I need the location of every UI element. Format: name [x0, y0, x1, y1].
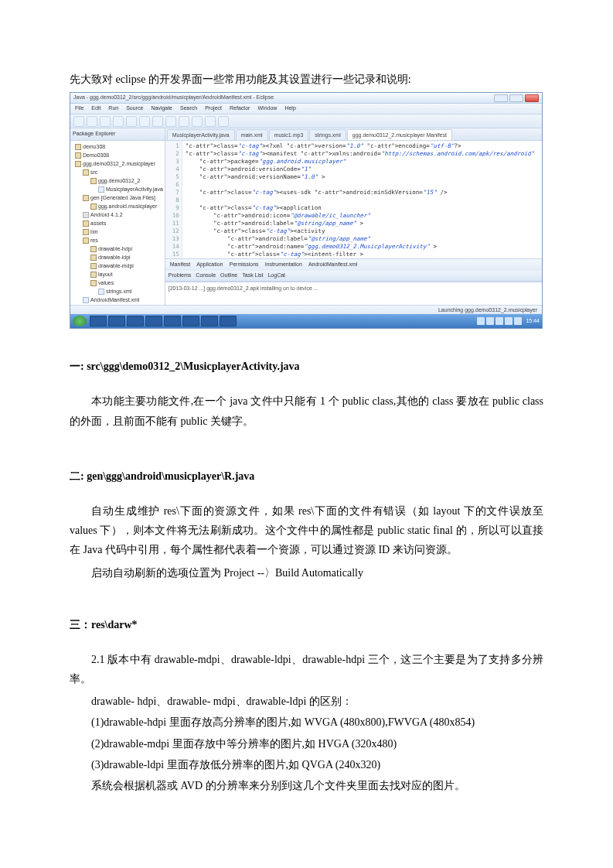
window-titlebar: Java - ggg.demo0312_2/src/ggg/android/mu…	[70, 93, 542, 104]
tree-item[interactable]: proguard.cfg	[72, 304, 163, 305]
tree-item[interactable]: gen [Generated Java Files]	[72, 193, 163, 202]
start-button[interactable]	[73, 316, 87, 326]
toolbar-button[interactable]	[113, 116, 124, 127]
toolbar-button[interactable]	[73, 116, 84, 127]
manifest-tab[interactable]: Instrumentation	[265, 260, 302, 270]
tree-item[interactable]: Android 4.1.2	[72, 210, 163, 219]
view-tab-console[interactable]: Console	[196, 271, 216, 281]
file-icon	[98, 186, 104, 193]
toolbar-button[interactable]	[152, 116, 163, 127]
close-button[interactable]	[525, 94, 539, 102]
editor-tab[interactable]: music1.mp3	[269, 129, 309, 140]
toolbar-button[interactable]	[165, 116, 176, 127]
section-3-line-4: (3)drawable-ldpi 里面存放低分辨率的图片,如 QVGA (240…	[70, 755, 543, 774]
file-icon	[98, 289, 104, 295]
menu-refactor[interactable]: Refactor	[230, 104, 250, 114]
tree-item[interactable]: AndroidManifest.xml	[72, 296, 163, 304]
pkg-icon	[90, 272, 97, 278]
tree-item[interactable]: drawable-ldpi	[72, 253, 163, 261]
tree-item[interactable]: MusicplayerActivity.java	[72, 185, 163, 193]
menu-source[interactable]: Source	[126, 104, 143, 114]
code-editor[interactable]: 123456789101112131415161718192021 "c-att…	[165, 141, 543, 258]
editor-tab-active[interactable]: ggg.demo0312_2.musicplayer Manifest	[347, 129, 452, 140]
toolbar	[70, 114, 542, 128]
taskbar-item[interactable]	[108, 316, 125, 326]
view-tab-problems[interactable]: Problems	[169, 271, 192, 281]
tree-item[interactable]: Demo0308	[72, 151, 163, 159]
toolbar-button[interactable]	[126, 116, 137, 127]
tree-item[interactable]: demo308	[72, 142, 163, 151]
taskbar-item[interactable]	[220, 316, 237, 326]
taskbar-item[interactable]	[201, 316, 218, 326]
section-1-heading: 一: src\ggg\demo0312_2\MusicplayerActivit…	[70, 357, 543, 376]
view-tab-tasklist[interactable]: Task List	[242, 271, 263, 281]
project-tree[interactable]: demo308Demo0308ggg.demo0312_2.musicplaye…	[70, 141, 165, 305]
section-2-para-2: 启动自动刷新的选项位置为 Project --〉Build Automatica…	[70, 563, 543, 583]
taskbar-item[interactable]	[145, 316, 162, 326]
tray-icon[interactable]	[477, 317, 485, 325]
tree-item[interactable]: values	[72, 279, 163, 287]
toolbar-button[interactable]	[87, 116, 97, 127]
section-3-para-1: 2.1 版本中有 drawable-mdpi、drawable-ldpi、dra…	[70, 650, 543, 689]
pkg-icon	[90, 263, 97, 269]
section-3-heading: 三：res\darw*	[70, 615, 543, 634]
editor-tab[interactable]: strings.xml	[309, 129, 346, 140]
menu-help[interactable]: Help	[284, 104, 295, 114]
pkg-icon	[83, 229, 89, 235]
tray-icon[interactable]	[486, 317, 494, 325]
menu-run[interactable]: Run	[108, 104, 118, 114]
menu-search[interactable]: Search	[180, 104, 197, 114]
maximize-button[interactable]	[509, 94, 523, 102]
manifest-tab[interactable]: AndroidManifest.xml	[308, 260, 357, 270]
menu-navigate[interactable]: Navigate	[151, 104, 172, 114]
tree-item[interactable]: assets	[72, 219, 163, 227]
taskbar-item[interactable]	[182, 316, 199, 326]
manifest-tab[interactable]: Permissions	[230, 260, 259, 270]
menu-file[interactable]: File	[75, 104, 83, 114]
view-tab-logcat[interactable]: LogCat	[267, 271, 285, 281]
toolbar-button[interactable]	[100, 116, 111, 127]
tree-item[interactable]: ggg.demo0312_2	[72, 176, 163, 185]
tree-item[interactable]: src	[72, 168, 163, 176]
package-explorer-panel: Package Explorer demo308Demo0308ggg.demo…	[70, 128, 165, 305]
manifest-tab[interactable]: Manifest	[170, 260, 190, 270]
pkg-icon	[75, 152, 81, 159]
menu-edit[interactable]: Edit	[91, 104, 100, 114]
toolbar-button[interactable]	[139, 116, 150, 127]
toolbar-button[interactable]	[205, 116, 216, 127]
taskbar-item[interactable]	[90, 316, 107, 326]
section-1-para: 本功能主要功能文件,在一个 java 文件中只能有 1 个 public cla…	[70, 391, 543, 430]
tray-icon[interactable]	[514, 317, 522, 325]
pkg-icon	[90, 246, 97, 252]
taskbar-clock: 15:44	[526, 316, 540, 326]
editor-tab[interactable]: main.xml	[236, 129, 268, 140]
bottom-view-tabs: Problems Console Outline Task List LogCa…	[165, 271, 543, 282]
tree-item[interactable]: layout	[72, 270, 163, 279]
pkg-icon	[90, 203, 97, 210]
editor-tab[interactable]: MusicplayerActivity.java	[167, 129, 235, 140]
jar-icon	[83, 212, 89, 218]
tray-icon[interactable]	[505, 317, 513, 325]
toolbar-button[interactable]	[218, 116, 229, 127]
view-tab-outline[interactable]: Outline	[220, 271, 237, 281]
tree-item[interactable]: ggg.demo0312_2.musicplayer	[72, 159, 163, 168]
pkg-icon	[83, 220, 89, 227]
minimize-button[interactable]	[494, 94, 508, 102]
pkg-icon	[75, 161, 81, 167]
tree-item[interactable]: ggg.android.musicplayer	[72, 202, 163, 210]
taskbar-item[interactable]	[164, 316, 181, 326]
tree-item[interactable]: bin	[72, 227, 163, 236]
section-3-line-1: drawable- hdpi、drawable- mdpi、drawable-l…	[70, 692, 543, 711]
toolbar-button[interactable]	[179, 116, 189, 127]
tree-item[interactable]: strings.xml	[72, 287, 163, 296]
tree-item[interactable]: drawable-hdpi	[72, 244, 163, 253]
tray-icon[interactable]	[496, 317, 503, 325]
tree-item[interactable]: res	[72, 236, 163, 244]
menu-project[interactable]: Project	[205, 104, 222, 114]
tree-item[interactable]: drawable-mdpi	[72, 261, 163, 270]
menu-bar: File Edit Run Source Navigate Search Pro…	[70, 104, 542, 114]
taskbar-item[interactable]	[127, 316, 144, 326]
manifest-tab[interactable]: Application	[196, 260, 223, 270]
toolbar-button[interactable]	[192, 116, 203, 127]
menu-window[interactable]: Window	[257, 104, 277, 114]
